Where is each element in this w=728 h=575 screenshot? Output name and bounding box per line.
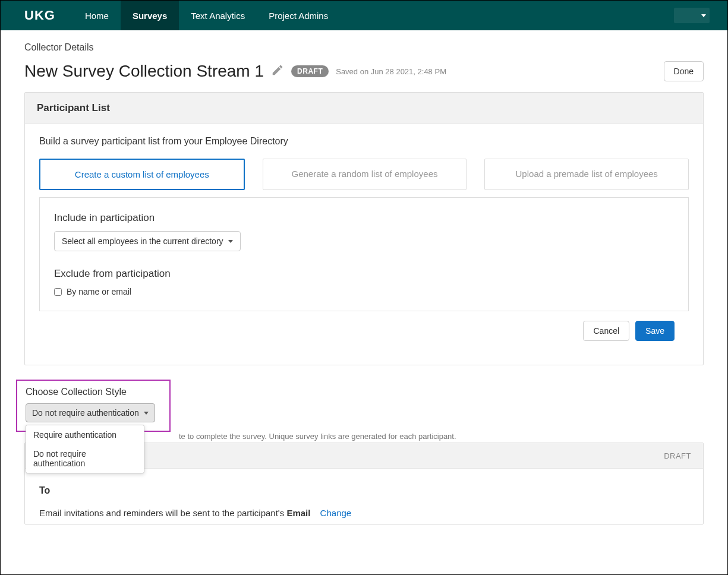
collection-helper-text: te to complete the survey. Unique survey… (179, 432, 456, 441)
top-nav: UKG Home Surveys Text Analytics Project … (1, 1, 727, 30)
nav-project-admins[interactable]: Project Admins (257, 1, 340, 30)
exclude-checkbox-row[interactable]: By name or email (54, 287, 674, 296)
logo: UKG (24, 8, 55, 23)
exclude-checkbox[interactable] (54, 288, 62, 296)
invitation-desc-bold: Email (286, 508, 310, 518)
nav-home[interactable]: Home (73, 1, 121, 30)
invitation-desc-prefix: Email invitations and reminders will be … (39, 508, 286, 518)
exclude-label: Exclude from participation (54, 268, 674, 280)
page-title: New Survey Collection Stream 1 (24, 62, 264, 81)
participant-list-card: Participant List Build a survey particip… (24, 92, 704, 365)
breadcrumb: Collector Details (24, 42, 704, 53)
option-upload-premade[interactable]: Upload a premade list of employees (484, 159, 689, 190)
saved-timestamp: Saved on Jun 28 2021, 2:48 PM (336, 67, 446, 76)
invitation-desc: Email invitations and reminders will be … (39, 508, 689, 518)
chevron-down-icon (701, 14, 706, 17)
option-require-auth[interactable]: Require authentication (26, 425, 144, 444)
collection-style-menu: Require authentication Do not require au… (26, 425, 144, 473)
status-badge: DRAFT (291, 65, 329, 77)
participant-list-header: Participant List (25, 93, 703, 124)
invitation-to-label: To (39, 485, 689, 496)
chevron-down-icon (228, 240, 233, 243)
change-link[interactable]: Change (320, 508, 352, 518)
include-label: Include in participation (54, 212, 674, 224)
collection-style-dropdown[interactable]: Do not require authentication (26, 403, 155, 422)
user-menu[interactable] (674, 8, 710, 23)
done-button[interactable]: Done (664, 61, 704, 81)
collection-style-value: Do not require authentication (32, 408, 139, 418)
exclude-checkbox-label: By name or email (67, 287, 131, 296)
save-button[interactable]: Save (635, 321, 675, 341)
edit-icon[interactable] (271, 64, 284, 79)
nav-text-analytics[interactable]: Text Analytics (179, 1, 257, 30)
cancel-button[interactable]: Cancel (583, 321, 629, 341)
option-create-custom[interactable]: Create a custom list of employees (39, 159, 245, 190)
option-no-auth[interactable]: Do not require authentication (26, 444, 144, 473)
collection-style-label: Choose Collection Style (26, 387, 161, 397)
participation-panel: Include in participation Select all empl… (39, 197, 689, 311)
chevron-down-icon (144, 412, 149, 415)
include-dropdown-value: Select all employees in the current dire… (62, 236, 223, 246)
option-generate-random[interactable]: Generate a random list of employees (263, 159, 467, 190)
participant-intro: Build a survey participant list from you… (39, 136, 689, 147)
nav-surveys[interactable]: Surveys (121, 1, 179, 30)
invitation-status: DRAFT (664, 451, 691, 460)
collection-style-highlight: Choose Collection Style Do not require a… (16, 380, 171, 432)
include-dropdown[interactable]: Select all employees in the current dire… (54, 231, 241, 251)
